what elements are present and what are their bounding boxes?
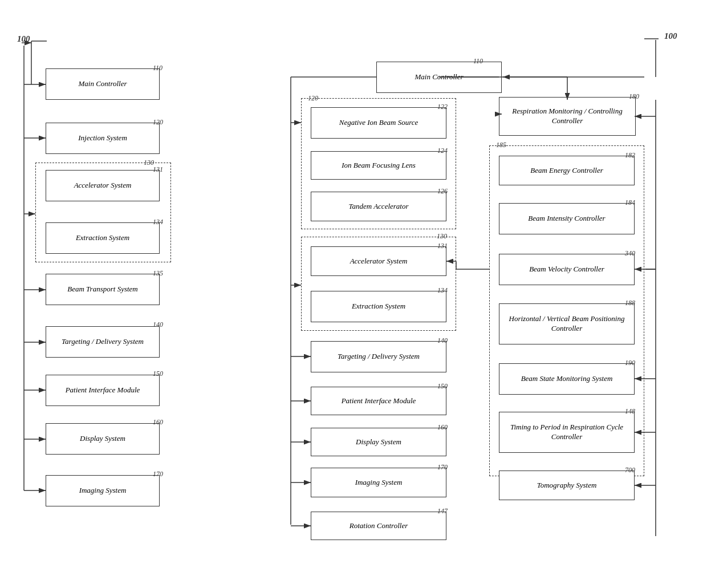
rc-ref-148: 148 [625,407,635,416]
rc-ref-190: 190 [625,359,635,367]
cc-ref-130b: 130 [437,232,447,241]
cc-ref-120: 120 [308,94,318,103]
lc-ref-131: 131 [153,165,163,174]
lc-imaging-system: Imaging System [46,475,160,506]
cc-ref-150b: 150 [437,382,448,391]
cc-ref-170b: 170 [437,463,448,472]
lc-extraction-system: Extraction System [46,222,160,254]
rc-beam-intensity: Beam Intensity Controller [499,203,635,234]
cc-ion-beam-lens: Ion Beam Focusing Lens [311,151,446,180]
rc-timing-respiration: Timing to Period in Respiration Cycle Co… [499,412,635,453]
cc-patient-interface: Patient Interface Module [311,387,446,415]
lc-accelerator-system: Accelerator System [46,170,160,201]
rc-ref-180: 180 [629,92,639,101]
rc-beam-state-monitoring: Beam State Monitoring System [499,363,635,395]
cc-ref-140b: 140 [437,336,448,345]
cc-ref-160b: 160 [437,423,448,432]
cc-ref-147: 147 [437,507,448,516]
lc-ref-135: 135 [153,269,163,278]
rc-beam-velocity: Beam Velocity Controller [499,254,635,285]
lc-ref-150: 150 [153,370,163,378]
lc-ref-110: 110 [153,64,162,72]
lc-beam-transport: Beam Transport System [46,274,160,305]
lc-ref-160: 160 [153,418,163,427]
rc-ref-182: 182 [625,151,635,160]
lc-display-system: Display System [46,423,160,455]
lc-targeting-delivery: Targeting / Delivery System [46,326,160,358]
lc-ref-170: 170 [153,470,163,478]
rc-ref-185: 185 [496,141,506,149]
cc-main-controller: Main Controller [376,62,502,93]
diagram-container: 100 100 Main Controller 110 Injection Sy… [0,0,707,588]
cc-ref-110: 110 [473,57,483,66]
rc-tomography-system: Tomography System [499,471,635,500]
lc-main-controller: Main Controller [46,68,160,100]
cc-extraction-system: Extraction System [311,291,446,322]
lc-ref-120: 120 [153,118,163,127]
lc-injection-system: Injection System [46,123,160,154]
cc-tandem-accelerator: Tandem Accelerator [311,192,446,221]
cc-targeting-delivery: Targeting / Delivery System [311,341,446,372]
rc-ref-700: 700 [625,466,635,475]
rc-ref-184: 184 [625,198,635,207]
cc-ref-131b: 131 [437,242,448,250]
rc-hv-beam-positioning: Horizontal / Vertical Beam Positioning C… [499,303,635,344]
cc-ref-126: 126 [437,187,448,196]
cc-ref-124: 124 [437,147,448,155]
cc-ref-134b: 134 [437,286,448,295]
cc-rotation-controller: Rotation Controller [311,512,446,540]
cc-display-system: Display System [311,428,446,456]
rc-beam-energy: Beam Energy Controller [499,156,635,185]
cc-imaging-system: Imaging System [311,468,446,497]
fig-label-100-right: 100 [664,31,677,41]
cc-neg-ion-beam: Negative Ion Beam Source [311,107,446,139]
fig-label-100-left: 100 [17,34,30,44]
cc-ref-122: 122 [437,103,448,111]
lc-patient-interface: Patient Interface Module [46,375,160,406]
rc-ref-340: 340 [625,249,635,258]
lc-ref-134: 134 [153,218,163,226]
lc-ref-140: 140 [153,321,163,329]
cc-accelerator-system: Accelerator System [311,246,446,276]
rc-ref-188: 188 [625,299,635,307]
rc-respiration-monitoring: Respiration Monitoring / Controlling Con… [499,97,636,136]
